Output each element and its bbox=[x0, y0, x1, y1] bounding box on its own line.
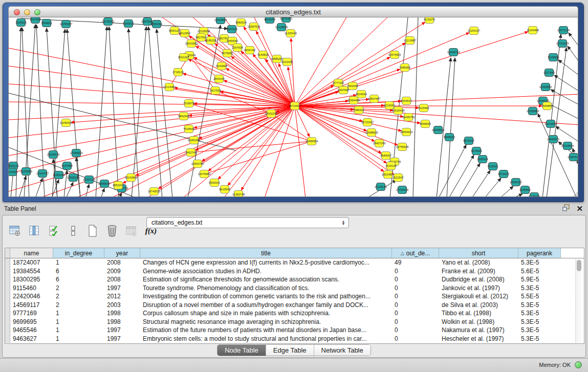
tab-node-table[interactable]: Node Table bbox=[217, 345, 266, 356]
table-scrollbar[interactable] bbox=[575, 259, 582, 343]
network-node[interactable]: 12505135 bbox=[67, 174, 79, 182]
network-node[interactable]: 2935114 bbox=[477, 156, 488, 163]
network-node[interactable]: 6879197 bbox=[463, 137, 474, 145]
table-row[interactable]: 911546021997Tourette syndrome. Phenomeno… bbox=[5, 284, 584, 293]
network-node[interactable]: 3915921 bbox=[9, 168, 18, 176]
network-node[interactable]: 16495759 bbox=[402, 114, 415, 121]
network-node[interactable]: 12093582 bbox=[539, 83, 552, 91]
network-node[interactable]: 10055257 bbox=[60, 20, 72, 28]
network-node[interactable]: 18409544 bbox=[432, 126, 444, 134]
network-node[interactable]: 15751074 bbox=[556, 40, 569, 48]
table-row[interactable]: 969969511998Structural magnetic resonanc… bbox=[5, 318, 584, 326]
network-node[interactable]: 7539978 bbox=[183, 100, 194, 107]
create-column-icon[interactable] bbox=[85, 224, 100, 238]
network-graph[interactable]: 1605525152760279646011005525715276022935… bbox=[9, 17, 578, 197]
network-node[interactable]: 9245652 bbox=[519, 186, 530, 194]
network-node[interactable]: 9684067 bbox=[380, 152, 391, 160]
network-node[interactable]: 9245083 bbox=[529, 193, 539, 198]
network-node[interactable]: 9427552 bbox=[210, 87, 221, 95]
network-node[interactable]: 9463627 bbox=[401, 97, 411, 105]
network-node[interactable]: 8912954 bbox=[179, 30, 190, 37]
column-header-out-de-[interactable]: △out_de... bbox=[392, 248, 439, 258]
network-node[interactable]: 1605525 bbox=[15, 19, 26, 27]
table-scrollbar-thumb[interactable] bbox=[577, 260, 581, 271]
network-node[interactable]: 2803144 bbox=[213, 75, 224, 83]
network-node[interactable]: 16648794 bbox=[447, 49, 460, 56]
network-node[interactable]: 9242848 bbox=[216, 62, 227, 70]
network-node[interactable]: 9462741 bbox=[185, 149, 196, 157]
network-node[interactable]: 15572341 bbox=[280, 17, 292, 23]
network-node[interactable]: 7524544 bbox=[183, 125, 194, 133]
network-node[interactable]: 19384554 bbox=[306, 138, 318, 145]
network-node[interactable]: 9227349 bbox=[543, 69, 554, 77]
network-node[interactable]: 9880524 bbox=[235, 19, 246, 27]
network-node[interactable]: 6216051 bbox=[384, 102, 395, 110]
network-node[interactable]: 7632621 bbox=[487, 163, 498, 170]
network-node[interactable]: 7857224 bbox=[226, 26, 237, 33]
network-node[interactable]: 15720407 bbox=[361, 119, 374, 126]
network-node[interactable]: 9777169 bbox=[333, 79, 343, 87]
network-node[interactable]: 18724007 bbox=[289, 102, 301, 110]
network-node[interactable]: 9146821 bbox=[257, 51, 268, 59]
table-select-dropdown[interactable]: citations_edges.txt ▲▼ bbox=[146, 217, 349, 228]
network-node[interactable]: 9699695 bbox=[420, 120, 430, 128]
tab-edge-table[interactable]: Edge Table bbox=[266, 345, 314, 356]
network-node[interactable]: 8958923 bbox=[444, 134, 454, 141]
network-node[interactable]: 2718126 bbox=[172, 69, 183, 76]
network-node[interactable]: 10688609 bbox=[365, 129, 378, 137]
tab-network-table[interactable]: Network Table bbox=[314, 345, 371, 356]
network-node[interactable]: 9862938 bbox=[178, 113, 189, 120]
table-row[interactable]: 2242004622012Investigating the contribut… bbox=[5, 292, 584, 301]
network-node[interactable]: 7964601 bbox=[41, 19, 52, 27]
network-node[interactable]: 11451194 bbox=[53, 171, 65, 179]
network-node[interactable]: 10553786 bbox=[191, 160, 204, 168]
delete-column-icon[interactable] bbox=[105, 224, 119, 238]
network-node[interactable]: 2522547 bbox=[393, 174, 403, 182]
network-node[interactable]: 16033809 bbox=[214, 17, 227, 24]
network-node[interactable]: 15276022 bbox=[102, 18, 114, 26]
network-node[interactable]: 8186328 bbox=[205, 37, 216, 45]
select-columns-icon[interactable] bbox=[47, 224, 61, 238]
network-node[interactable]: 11156869 bbox=[20, 168, 32, 176]
table-row[interactable]: 977716911998Corpus callosum shape and si… bbox=[5, 309, 584, 318]
column-header-title[interactable]: title bbox=[140, 248, 392, 258]
network-node[interactable]: 7485083 bbox=[399, 64, 410, 72]
network-node[interactable]: 14740510 bbox=[148, 188, 160, 195]
network-node[interactable]: 8392910 bbox=[209, 179, 220, 187]
network-node[interactable]: 12254197 bbox=[468, 27, 480, 35]
network-node[interactable]: 20364486 bbox=[347, 97, 360, 104]
network-node[interactable]: 8454749 bbox=[244, 47, 255, 54]
network-node[interactable]: 9619545 bbox=[219, 186, 230, 193]
network-node[interactable]: 17334426 bbox=[396, 186, 408, 194]
network-node[interactable]: 9474444 bbox=[471, 147, 482, 155]
network-node[interactable]: 1527602 bbox=[30, 17, 40, 24]
network-node[interactable]: 19756928 bbox=[396, 143, 408, 151]
column-header-year[interactable]: year bbox=[104, 248, 140, 258]
network-node[interactable]: 12213383 bbox=[163, 83, 176, 91]
network-node[interactable]: 8813054 bbox=[264, 17, 275, 24]
network-node[interactable]: 11867531 bbox=[568, 154, 578, 161]
table-settings-icon[interactable] bbox=[8, 224, 22, 238]
column-header-name[interactable]: name bbox=[10, 248, 53, 258]
table-row[interactable]: 1872400712008Changes of HCN gene express… bbox=[5, 258, 584, 267]
float-panel-icon[interactable] bbox=[562, 204, 570, 213]
table-row[interactable]: 1456911722003Disruption of a novel membe… bbox=[5, 301, 584, 310]
table-row[interactable]: 946554611997Estimation of the future num… bbox=[5, 326, 584, 335]
network-node[interactable]: 1615132 bbox=[385, 162, 396, 170]
network-node[interactable]: 12159583 bbox=[527, 107, 539, 115]
network-node[interactable]: 18407249 bbox=[373, 140, 385, 147]
network-node[interactable]: 9222035 bbox=[281, 58, 292, 66]
network-node[interactable]: 20206576 bbox=[47, 151, 59, 159]
network-node[interactable]: 9350521 bbox=[123, 20, 134, 28]
network-node[interactable]: 6497568 bbox=[338, 86, 349, 94]
window-titlebar[interactable]: citations_edges.txt bbox=[8, 6, 578, 17]
network-node[interactable]: 8901307 bbox=[178, 54, 189, 61]
network-node[interactable]: 12213987 bbox=[404, 37, 416, 45]
close-panel-icon[interactable]: ✕ bbox=[576, 204, 583, 213]
network-node[interactable]: 14136141 bbox=[375, 183, 387, 191]
network-node[interactable]: 12056415 bbox=[60, 119, 72, 127]
table-row[interactable]: 1938455462009Genome-wide association stu… bbox=[5, 267, 584, 276]
network-node[interactable]: 10654112 bbox=[510, 179, 522, 186]
network-node[interactable]: 9675685 bbox=[222, 50, 232, 57]
column-visibility-icon[interactable] bbox=[27, 224, 41, 238]
